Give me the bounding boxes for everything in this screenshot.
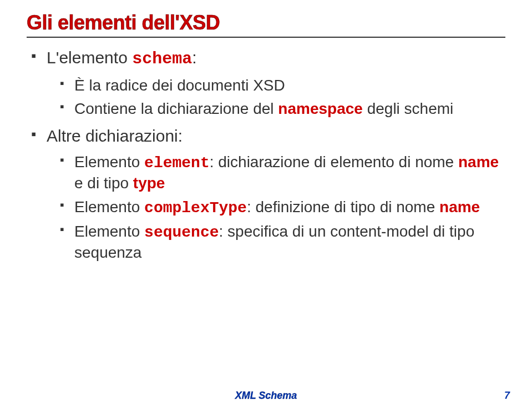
text: Elemento <box>74 198 144 215</box>
bullet-list-lvl2: Elemento element: dichiarazione di eleme… <box>60 152 505 263</box>
bullet-item: Contiene la dichiarazione del namespace … <box>60 99 505 119</box>
bullet-item: Elemento sequence: specifica di un conte… <box>60 222 505 263</box>
code-keyword: element <box>144 154 210 172</box>
text: L'elemento <box>47 48 132 67</box>
slide-title: Gli elementi dell'XSD <box>27 11 505 34</box>
bullet-item: Altre dichiarazioni: Elemento element: d… <box>31 125 505 263</box>
bullet-item: Elemento element: dichiarazione di eleme… <box>60 152 505 194</box>
keyword: type <box>133 174 165 192</box>
text: e di tipo <box>74 174 133 192</box>
code-keyword: sequence <box>144 224 219 241</box>
text: : <box>192 48 196 67</box>
bullet-list-lvl2: È la radice dei documenti XSD Contiene l… <box>60 76 505 119</box>
slide-content: Gli elementi dell'XSD L'elemento schema:… <box>0 0 532 263</box>
title-underline <box>27 37 505 38</box>
text: : dichiarazione di elemento di nome <box>210 153 458 171</box>
keyword: name <box>458 153 499 171</box>
bullet-list-lvl1: L'elemento schema: È la radice dei docum… <box>31 47 505 263</box>
bullet-item: L'elemento schema: È la radice dei docum… <box>31 47 505 119</box>
slide-footer: XML Schema <box>0 390 532 402</box>
bullet-item: È la radice dei documenti XSD <box>60 76 505 96</box>
code-keyword: schema <box>132 49 192 68</box>
keyword: name <box>439 198 480 215</box>
text: Contiene la dichiarazione del <box>74 100 278 117</box>
text: : definizione di tipo di nome <box>247 198 439 215</box>
text: Altre dichiarazioni: <box>47 127 183 145</box>
page-number: 7 <box>504 390 510 402</box>
text: È la radice dei documenti XSD <box>74 77 285 94</box>
text: degli schemi <box>363 100 453 117</box>
bullet-item: Elemento complexType: definizione di tip… <box>60 197 505 218</box>
keyword: namespace <box>278 100 363 117</box>
code-keyword: complexType <box>144 199 247 217</box>
text: Elemento <box>74 153 144 171</box>
text: Elemento <box>74 223 144 240</box>
footer-text: XML Schema <box>235 390 297 401</box>
